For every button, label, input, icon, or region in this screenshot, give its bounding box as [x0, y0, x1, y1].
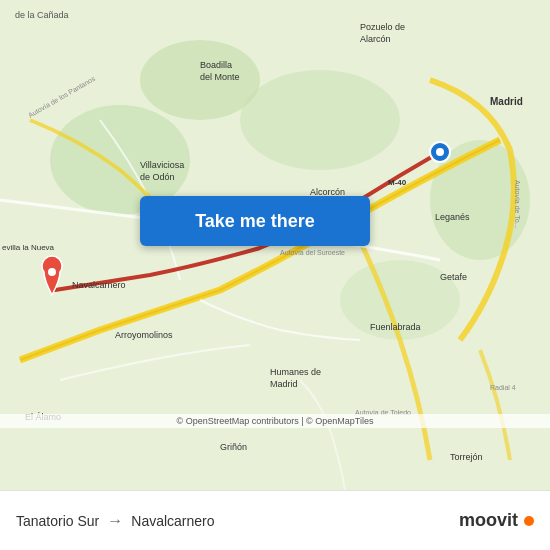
svg-text:Humanes de: Humanes de: [270, 367, 321, 377]
moovit-brand-text: moovit: [459, 510, 518, 531]
svg-text:del Monte: del Monte: [200, 72, 240, 82]
svg-text:Autovía de To...: Autovía de To...: [514, 180, 521, 229]
svg-text:Radial 4: Radial 4: [490, 384, 516, 391]
svg-text:Boadilla: Boadilla: [200, 60, 232, 70]
map-container: de la Cañada Pozuelo de Alarcón Madrid B…: [0, 0, 550, 490]
svg-point-33: [436, 148, 444, 156]
svg-point-1: [240, 70, 400, 170]
destination-label: Navalcarnero: [131, 513, 214, 529]
origin-label: Tanatorio Sur: [16, 513, 99, 529]
arrow-icon: →: [107, 512, 123, 530]
svg-text:Getafe: Getafe: [440, 272, 467, 282]
svg-text:Madrid: Madrid: [270, 379, 298, 389]
svg-text:Torrejón: Torrejón: [450, 452, 483, 462]
svg-point-34: [48, 268, 56, 276]
svg-text:Pozuelo de: Pozuelo de: [360, 22, 405, 32]
take-me-there-button[interactable]: Take me there: [140, 196, 370, 246]
svg-text:de Odón: de Odón: [140, 172, 175, 182]
svg-text:Alarcón: Alarcón: [360, 34, 391, 44]
svg-text:Autovía del Suroeste: Autovía del Suroeste: [280, 249, 345, 256]
svg-text:Fuenlabrada: Fuenlabrada: [370, 322, 421, 332]
svg-text:Navalcarnero: Navalcarnero: [72, 280, 126, 290]
moovit-dot-icon: [524, 516, 534, 526]
map-attribution: © OpenStreetMap contributors | © OpenMap…: [0, 414, 550, 428]
svg-text:Villaviciosa: Villaviciosa: [140, 160, 184, 170]
svg-text:Leganés: Leganés: [435, 212, 470, 222]
route-info: Tanatorio Sur → Navalcarnero: [16, 512, 215, 530]
footer-bar: Tanatorio Sur → Navalcarnero moovit: [0, 490, 550, 550]
svg-text:Arroyomolinos: Arroyomolinos: [115, 330, 173, 340]
svg-text:evilla la Nueva: evilla la Nueva: [2, 243, 55, 252]
svg-text:Madrid: Madrid: [490, 96, 523, 107]
moovit-logo: moovit: [459, 510, 534, 531]
svg-text:Griñón: Griñón: [220, 442, 247, 452]
svg-text:de la Cañada: de la Cañada: [15, 10, 69, 20]
svg-text:M-40: M-40: [388, 178, 407, 187]
